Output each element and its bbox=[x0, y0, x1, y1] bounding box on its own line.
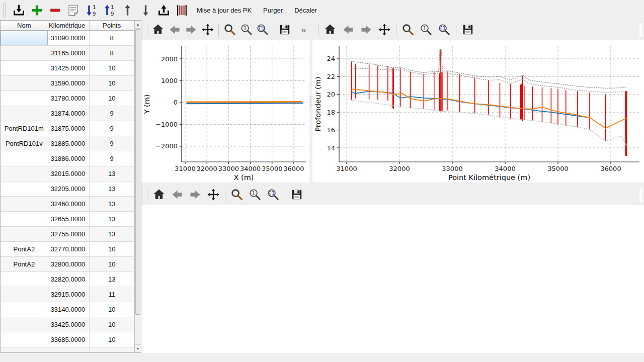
cell-pk[interactable]: 33425.0000 bbox=[48, 317, 90, 332]
cell-points[interactable]: 8 bbox=[90, 46, 134, 61]
add-row-button[interactable] bbox=[29, 2, 45, 18]
forward-button[interactable] bbox=[184, 23, 199, 38]
zoom-rect-button[interactable] bbox=[229, 188, 245, 203]
home-button[interactable] bbox=[151, 188, 167, 203]
cell-nom[interactable] bbox=[1, 317, 48, 332]
cell-nom[interactable] bbox=[1, 212, 48, 227]
cell-pk[interactable]: 31886.0000 bbox=[48, 151, 90, 166]
scroll-up-icon[interactable]: ▲ bbox=[135, 21, 141, 29]
profile-plot-canvas[interactable]: 3100032000330003400035000360001416182022… bbox=[312, 40, 642, 183]
cell-points[interactable]: 13 bbox=[90, 272, 134, 287]
cell-points[interactable]: 10 bbox=[90, 91, 134, 106]
cell-pk[interactable]: 31090.0000 bbox=[48, 31, 90, 46]
cell-nom[interactable] bbox=[1, 31, 48, 46]
cell-points[interactable]: 10 bbox=[90, 302, 134, 317]
cell-nom[interactable]: PontA2 bbox=[1, 242, 48, 257]
save-button[interactable] bbox=[460, 23, 476, 38]
cell-pk[interactable]: 32820.0000 bbox=[48, 272, 90, 287]
pan-button[interactable] bbox=[376, 23, 392, 38]
move-up-button[interactable] bbox=[119, 2, 136, 18]
cell-nom[interactable] bbox=[1, 46, 48, 61]
cell-nom[interactable] bbox=[1, 332, 48, 347]
xy-plot-canvas[interactable]: 310003200033000340003500036000−2000−1000… bbox=[141, 40, 309, 183]
cell-points[interactable]: 10 bbox=[90, 332, 134, 347]
sort-ascending-button[interactable]: 19 bbox=[101, 2, 118, 18]
cell-pk[interactable]: 32015.0000 bbox=[48, 166, 90, 182]
cell-nom[interactable]: PontRD101m bbox=[1, 121, 48, 136]
cell-pk[interactable]: 32800.0000 bbox=[48, 257, 90, 272]
cell-points[interactable]: 13 bbox=[90, 197, 134, 212]
cell-nom[interactable] bbox=[1, 91, 48, 106]
export-button[interactable] bbox=[155, 2, 172, 18]
cell-pk[interactable]: 31874.0000 bbox=[48, 106, 90, 121]
cell-points[interactable]: 13 bbox=[90, 182, 134, 197]
cell-nom[interactable] bbox=[1, 106, 48, 121]
cell-nom[interactable] bbox=[1, 182, 48, 197]
cell-pk[interactable]: 33140.0000 bbox=[48, 302, 90, 317]
forward-button[interactable] bbox=[187, 188, 203, 203]
cell-nom[interactable] bbox=[1, 347, 48, 352]
notes-button[interactable] bbox=[65, 2, 82, 18]
forward-button[interactable] bbox=[358, 23, 374, 38]
zoom-extent-button[interactable] bbox=[265, 188, 281, 203]
zoom-one-button[interactable]: 1 bbox=[418, 23, 434, 38]
shift-button[interactable]: Décaler bbox=[289, 4, 322, 17]
cell-nom[interactable] bbox=[1, 76, 48, 91]
update-pk-button[interactable]: Mise à jour des PK bbox=[192, 4, 257, 17]
cell-pk[interactable]: 31885.0000 bbox=[48, 136, 90, 151]
cell-pk[interactable]: 31165.0000 bbox=[48, 46, 90, 61]
pane-scrollbar[interactable] bbox=[639, 23, 642, 37]
column-header-points[interactable]: Points bbox=[90, 21, 134, 31]
pan-button[interactable] bbox=[205, 188, 221, 203]
cell-pk[interactable]: 32655.0000 bbox=[48, 212, 90, 227]
cell-pk[interactable] bbox=[48, 347, 90, 352]
table-scrollbar[interactable]: ▲ ▼ bbox=[134, 21, 141, 352]
save-button[interactable] bbox=[289, 188, 305, 203]
import-button[interactable] bbox=[11, 2, 27, 18]
zoom-one-button[interactable]: 1 bbox=[239, 23, 254, 38]
remove-row-button[interactable] bbox=[47, 2, 63, 18]
cell-pk[interactable]: 32205.0000 bbox=[48, 182, 90, 197]
cell-points[interactable]: 9 bbox=[90, 151, 134, 166]
cell-nom[interactable] bbox=[1, 166, 48, 182]
sort-descending-button[interactable]: 19 bbox=[83, 2, 100, 18]
cell-points[interactable]: 9 bbox=[90, 121, 134, 136]
cell-points[interactable]: 13 bbox=[90, 166, 134, 182]
zoom-rect-button[interactable] bbox=[400, 23, 416, 38]
cell-nom[interactable] bbox=[1, 227, 48, 242]
cell-points[interactable]: 10 bbox=[90, 317, 134, 332]
cell-nom[interactable] bbox=[1, 61, 48, 76]
cell-points[interactable]: 9 bbox=[90, 136, 134, 151]
cell-pk[interactable]: 32460.0000 bbox=[48, 197, 90, 212]
cell-nom[interactable] bbox=[1, 302, 48, 317]
pan-button[interactable] bbox=[200, 23, 215, 38]
home-button[interactable] bbox=[322, 23, 338, 38]
cell-pk[interactable]: 33685.0000 bbox=[48, 332, 90, 347]
zoom-rect-button[interactable] bbox=[222, 23, 237, 38]
scrollbar-thumb[interactable] bbox=[135, 29, 140, 315]
cell-points[interactable]: 13 bbox=[90, 212, 134, 227]
zoom-one-button[interactable]: 1 bbox=[247, 188, 263, 203]
save-button[interactable] bbox=[278, 23, 292, 38]
cell-pk[interactable]: 31780.0000 bbox=[48, 91, 90, 106]
cell-points[interactable]: 8 bbox=[90, 31, 134, 46]
pane-scrollbar[interactable] bbox=[639, 188, 642, 202]
cell-points[interactable]: 10 bbox=[90, 242, 134, 257]
purge-button[interactable]: Purger bbox=[258, 4, 288, 17]
toolbar-grip[interactable] bbox=[3, 4, 6, 17]
cell-nom[interactable] bbox=[1, 197, 48, 212]
cell-pk[interactable]: 32755.0000 bbox=[48, 227, 90, 242]
zoom-extent-button[interactable] bbox=[256, 23, 270, 38]
cell-nom[interactable] bbox=[1, 151, 48, 166]
cell-nom[interactable]: PontRD101v bbox=[1, 136, 48, 151]
empty-plot-canvas[interactable] bbox=[141, 205, 644, 353]
toolbar-overflow-chevron[interactable]: » bbox=[301, 25, 305, 35]
cell-nom[interactable] bbox=[1, 272, 48, 287]
cell-pk[interactable]: 31425.0000 bbox=[48, 61, 90, 76]
cell-points[interactable]: 10 bbox=[90, 61, 134, 76]
move-down-button[interactable] bbox=[137, 2, 154, 18]
cell-points[interactable]: 10 bbox=[90, 257, 134, 272]
home-button[interactable] bbox=[151, 23, 166, 38]
cell-points[interactable]: 10 bbox=[90, 76, 134, 91]
cell-pk[interactable]: 31875.0000 bbox=[48, 121, 90, 136]
